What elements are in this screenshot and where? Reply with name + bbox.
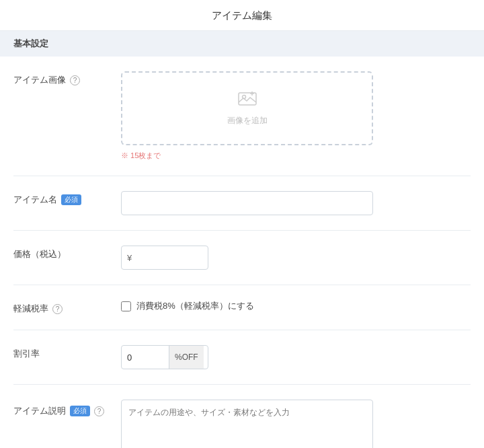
svg-rect-0 [239, 93, 256, 105]
price-input-wrapper: ¥ [121, 246, 208, 270]
image-placeholder-icon [238, 91, 257, 111]
description-textarea[interactable] [121, 400, 373, 448]
add-image-label: 画像を追加 [227, 115, 268, 126]
tax-checkbox-label: 消費税8%（軽減税率）にする [136, 300, 254, 312]
section-header-basic: 基本設定 [0, 31, 484, 57]
image-upload-area[interactable]: 画像を追加 [121, 71, 373, 145]
price-input[interactable] [134, 253, 202, 263]
discount-field-label: 割引率 [13, 345, 121, 360]
discount-suffix: %OFF [169, 346, 204, 369]
description-field-label: アイテム説明 必須 ? [13, 400, 121, 417]
description-field [121, 400, 471, 448]
discount-input[interactable] [122, 352, 169, 363]
discount-field: %OFF [121, 345, 471, 369]
form-row-description: アイテム説明 必須 ? [13, 385, 471, 448]
description-help-icon[interactable]: ? [94, 406, 104, 416]
image-help-icon[interactable]: ? [70, 75, 80, 85]
tax-help-icon[interactable]: ? [52, 304, 63, 314]
form-row-tax: 軽減税率 ? 消費税8%（軽減税率）にする [13, 285, 471, 330]
description-required-badge: 必須 [70, 406, 90, 416]
tax-checkbox-row: 消費税8%（軽減税率）にする [121, 300, 471, 312]
name-field [121, 191, 471, 215]
form-row-discount: 割引率 %OFF [13, 330, 471, 385]
form-row-image: アイテム画像 ? 画像を追加 ※ 15枚まで [13, 57, 471, 176]
price-prefix: ¥ [127, 253, 132, 263]
page-header: アイテム編集 [0, 0, 484, 31]
section-title: 基本設定 [13, 38, 48, 48]
tax-checkbox[interactable] [121, 301, 131, 311]
tax-field-label: 軽減税率 ? [13, 300, 121, 315]
tax-field: 消費税8%（軽減税率）にする [121, 300, 471, 312]
image-field: 画像を追加 ※ 15枚まで [121, 71, 471, 161]
price-field-label: 価格（税込） [13, 246, 121, 260]
price-field: ¥ [121, 246, 471, 270]
name-field-label: アイテム名 必須 [13, 191, 121, 206]
form-row-name: アイテム名 必須 [13, 176, 471, 231]
name-input[interactable] [121, 191, 373, 215]
name-required-badge: 必須 [61, 194, 81, 205]
discount-wrapper: %OFF [121, 345, 208, 369]
image-field-label: アイテム画像 ? [13, 71, 121, 86]
page-title: アイテム編集 [0, 9, 484, 22]
form-container: アイテム画像 ? 画像を追加 ※ 15枚まで アイ [0, 57, 484, 448]
image-limit-text: ※ 15枚まで [121, 151, 471, 161]
form-row-price: 価格（税込） ¥ [13, 231, 471, 285]
